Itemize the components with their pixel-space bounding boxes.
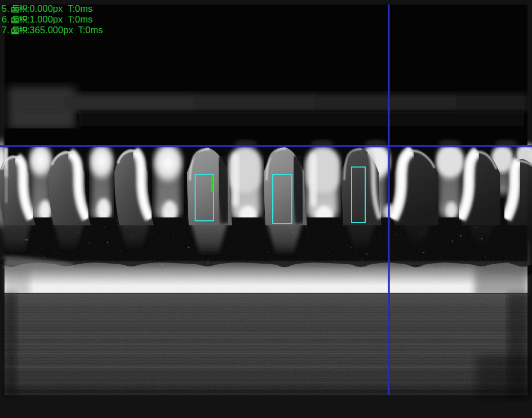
svg-text:6.: 6. [2, 14, 10, 24]
svg-text::0.000px T:0ms: :0.000px T:0ms [27, 3, 92, 14]
svg-text:7.: 7. [2, 25, 10, 35]
svg-text::365.000px T:0ms: :365.000px T:0ms [27, 25, 103, 35]
svg-text:5.: 5. [2, 3, 10, 14]
svg-text::1.000px T:0ms: :1.000px T:0ms [27, 14, 92, 24]
